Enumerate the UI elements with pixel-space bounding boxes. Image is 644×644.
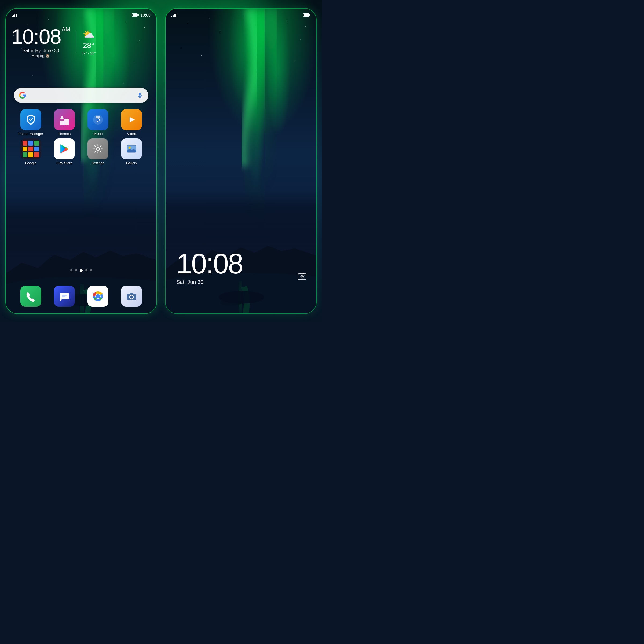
signal-bar-r4 — [175, 14, 176, 17]
grid-cell-9 — [34, 152, 39, 157]
camera-svg — [126, 290, 137, 302]
music-icon — [87, 109, 108, 130]
themes-icon — [54, 109, 75, 130]
music-label: Music — [93, 132, 103, 136]
grid-cell-3 — [34, 141, 39, 146]
settings-svg — [92, 143, 104, 155]
svg-rect-16 — [60, 121, 64, 125]
weather-range: 32° / 22° — [81, 51, 96, 55]
status-time-left: 10:08 — [140, 13, 151, 17]
weather-icon: ⛅ — [83, 29, 95, 40]
signal-icon-right — [171, 13, 176, 17]
dot-4 — [85, 269, 87, 271]
grid-cell-7 — [23, 152, 28, 157]
google-label: Google — [25, 161, 36, 165]
screens-wrapper: 10:08 10:08 AM Saturday, June 30 Beijing… — [0, 0, 322, 322]
settings-label: Settings — [92, 161, 104, 165]
clock-ampm: AM — [61, 26, 70, 33]
svg-point-34 — [130, 296, 133, 298]
app-row-2: Google — [14, 138, 148, 165]
app-video[interactable]: Video — [117, 109, 146, 136]
grid-cell-8 — [28, 152, 33, 157]
lock-camera-icon — [298, 272, 307, 281]
svg-rect-17 — [64, 119, 69, 125]
battery-body-right — [303, 13, 309, 17]
play-store-svg — [58, 142, 71, 156]
grid-cell-2 — [28, 141, 33, 146]
status-left — [12, 13, 17, 17]
dot-2 — [75, 269, 77, 271]
battery-fill — [133, 14, 137, 16]
shield-icon — [25, 114, 37, 126]
app-music[interactable]: Music — [83, 109, 113, 136]
grid-cell-4 — [23, 147, 28, 152]
phone-manager-label: Phone Manager — [18, 132, 43, 136]
search-bar[interactable] — [14, 88, 148, 103]
svg-rect-13 — [139, 93, 141, 96]
app-gallery[interactable]: Gallery — [117, 138, 146, 165]
status-bar-left: 10:08 — [6, 9, 156, 21]
svg-marker-21 — [130, 117, 135, 122]
chrome-svg — [90, 289, 105, 304]
dock-phone[interactable] — [16, 286, 46, 307]
themes-svg — [58, 113, 71, 126]
app-row-1: Phone Manager Themes — [14, 109, 148, 136]
time-widget: 10:08 AM Saturday, June 30 Beijing 🏠 — [11, 26, 70, 58]
grid-cell-6 — [34, 147, 39, 152]
microphone-icon[interactable] — [136, 92, 144, 99]
page-dots — [6, 269, 156, 272]
phone-icon — [20, 286, 41, 307]
home-icon: 🏠 — [46, 54, 50, 58]
signal-bar-3 — [14, 14, 15, 17]
svg-point-20 — [97, 118, 99, 121]
camera-icon — [121, 286, 142, 307]
clock-city: Beijing 🏠 — [11, 53, 70, 58]
signal-bar-r3 — [174, 14, 175, 17]
google-logo — [19, 92, 26, 99]
dock-messages[interactable] — [50, 286, 79, 307]
messages-icon — [54, 286, 75, 307]
google-g-svg — [19, 92, 26, 99]
app-settings[interactable]: Settings — [83, 138, 113, 165]
video-svg — [125, 114, 138, 126]
signal-bar-r1 — [171, 16, 172, 17]
clock-date: Saturday, June 30 — [11, 48, 70, 53]
svg-point-26 — [129, 147, 131, 149]
app-google[interactable]: Google — [16, 138, 46, 165]
lock-date: Sat, Jun 30 — [176, 279, 243, 285]
widget-area: 10:08 AM Saturday, June 30 Beijing 🏠 ⛅ 2… — [6, 23, 156, 61]
clock-time: 10:08 — [11, 26, 61, 47]
grid-cell-5 — [28, 147, 33, 152]
app-play-store[interactable]: Play Store — [50, 138, 79, 165]
battery-fill-right — [304, 14, 309, 16]
signal-bar-2 — [13, 15, 14, 17]
themes-label: Themes — [58, 132, 71, 136]
dock-chrome[interactable] — [83, 286, 113, 307]
chrome-icon — [87, 286, 108, 307]
phone-manager-icon — [20, 109, 41, 130]
svg-point-48 — [302, 276, 303, 277]
battery-body — [132, 13, 138, 17]
city-name: Beijing — [32, 53, 45, 58]
dot-5 — [90, 269, 92, 271]
signal-icon — [12, 13, 17, 17]
play-store-icon — [54, 138, 75, 159]
play-store-label: Play Store — [56, 161, 72, 165]
weather-temp: 28° — [83, 41, 94, 50]
gallery-label: Gallery — [126, 161, 137, 165]
svg-point-32 — [96, 294, 100, 298]
app-themes[interactable]: Themes — [50, 109, 79, 136]
lock-screen-clock: 10:08 Sat, Jun 30 — [176, 250, 243, 285]
gallery-icon — [121, 138, 142, 159]
lock-camera-button[interactable] — [298, 272, 307, 283]
gallery-svg — [125, 143, 138, 155]
dock-camera[interactable] — [117, 286, 146, 307]
status-right: 10:08 — [132, 13, 151, 17]
app-phone-manager[interactable]: Phone Manager — [16, 109, 46, 136]
grid-cell-1 — [23, 141, 28, 146]
dock — [6, 286, 156, 307]
status-right-right — [303, 13, 310, 17]
status-bar-right — [166, 9, 316, 21]
phone-left: 10:08 10:08 AM Saturday, June 30 Beijing… — [5, 8, 157, 314]
messages-svg — [58, 290, 70, 302]
